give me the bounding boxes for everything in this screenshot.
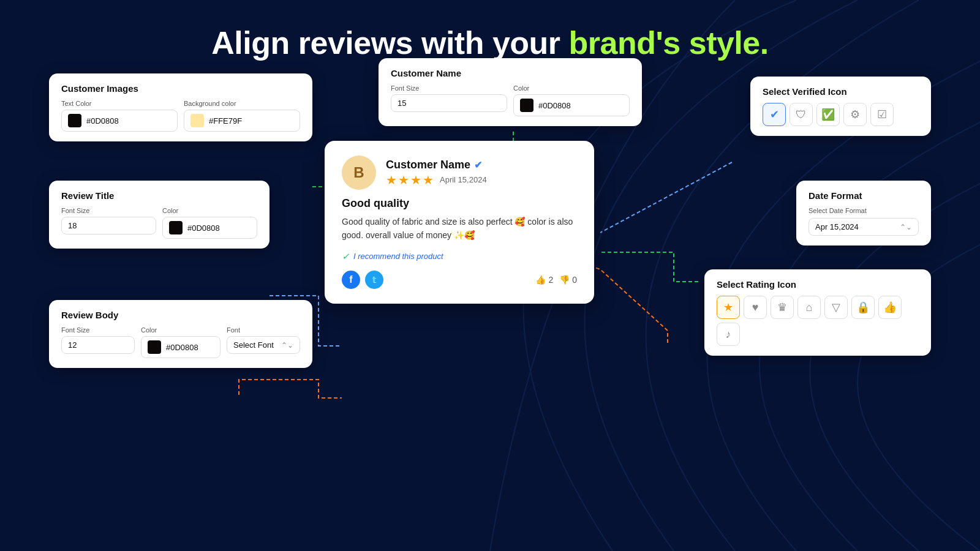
review-body-panel: Review Body Font Size Color Font Select … <box>49 300 312 368</box>
star-rating: ★ ★ ★ ★ April 15,2024 <box>386 173 577 187</box>
date-format-select[interactable]: Apr 15,2024 April 15, 2024 15/04/2024 20… <box>815 222 897 231</box>
reviewer-name: Customer Name ✔ <box>386 159 577 171</box>
rating-icon-selector: ★ ♥ ♛ ⌂ ▽ 🔒 👍 ♪ <box>717 296 919 346</box>
review-title-color-input[interactable] <box>187 223 251 233</box>
verified-icon-checkbox[interactable]: ☑ <box>870 103 894 126</box>
star-4: ★ <box>423 173 434 187</box>
review-date: April 15,2024 <box>440 175 487 184</box>
review-body-color-swatch <box>148 340 161 354</box>
customer-name-panel: Customer Name Font Size Color <box>379 58 642 126</box>
review-body-title: Review Body <box>61 310 300 320</box>
rating-icon-lock[interactable]: 🔒 <box>851 296 875 319</box>
customer-name-color-label: Color <box>513 84 630 92</box>
review-title-font-size-label: Font Size <box>61 207 156 214</box>
rating-icon-chevron[interactable]: ▽ <box>824 296 848 319</box>
rating-icon-thumbs-up[interactable]: 👍 <box>878 296 902 319</box>
review-title-panel: Review Title Font Size Color <box>49 181 270 249</box>
verified-badge-icon: ✔ <box>474 159 482 171</box>
facebook-icon[interactable]: f <box>342 271 360 289</box>
thumbs-down-button[interactable]: 👎 0 <box>559 275 577 285</box>
text-color-label: Text Color <box>61 100 178 107</box>
review-title-text: Good quality <box>342 197 577 210</box>
review-title-label: Review Title <box>61 190 257 201</box>
review-body-color-label: Color <box>141 326 221 334</box>
rating-icon-music[interactable]: ♪ <box>717 323 740 346</box>
customer-name-color-input[interactable] <box>538 101 623 110</box>
verified-icon-title: Select Verified Icon <box>763 86 919 97</box>
review-title-color-swatch <box>169 221 183 234</box>
social-icons: f 𝕥 <box>342 271 383 289</box>
thumbs-down-icon: 👎 <box>559 275 570 285</box>
thumbs-up-icon: 👍 <box>535 275 546 285</box>
date-format-title: Date Format <box>809 190 919 201</box>
text-color-input[interactable] <box>86 116 171 126</box>
verified-icon-badge[interactable]: ✅ <box>816 103 840 126</box>
vote-actions: 👍 2 👎 0 <box>535 275 577 285</box>
customer-name-color-swatch <box>520 99 533 112</box>
review-body-font-size-label: Font Size <box>61 326 135 334</box>
review-body-font-select[interactable]: Select Font Arial Georgia Roboto <box>233 340 279 350</box>
verified-icon-shield[interactable]: 🛡 <box>790 103 813 126</box>
rating-icon-crown[interactable]: ♛ <box>771 296 794 319</box>
reviewer-info: Customer Name ✔ ★ ★ ★ ★ April 15,2024 <box>386 159 577 187</box>
rating-icon-home[interactable]: ⌂ <box>797 296 821 319</box>
customer-images-panel: Customer Images Text Color Background co… <box>49 73 312 141</box>
header: Align reviews with your brand's style. <box>0 0 980 61</box>
star-3: ★ <box>410 173 421 187</box>
thumbs-up-button[interactable]: 👍 2 <box>535 275 553 285</box>
thumbs-up-count: 2 <box>548 275 553 285</box>
star-2: ★ <box>398 173 409 187</box>
verified-icon-panel: Select Verified Icon ✔ 🛡 ✅ ⚙ ☑ <box>750 77 931 136</box>
verified-icon-gear[interactable]: ⚙ <box>843 103 867 126</box>
customer-name-title: Customer Name <box>391 68 630 78</box>
svg-line-1 <box>600 162 732 233</box>
date-format-panel: Date Format Select Date Format Apr 15,20… <box>796 181 931 246</box>
review-body-color-input[interactable] <box>166 343 214 352</box>
page-title: Align reviews with your brand's style. <box>0 24 980 61</box>
review-title-font-size-input[interactable] <box>68 221 149 230</box>
thumbs-down-count: 0 <box>572 275 577 285</box>
customer-images-title: Customer Images <box>61 83 300 94</box>
review-body-font-label: Font <box>227 326 300 334</box>
date-format-select-label: Select Date Format <box>809 207 919 214</box>
customer-name-font-size-input[interactable] <box>398 99 500 108</box>
text-color-swatch <box>68 114 81 127</box>
review-body-font-size-input[interactable] <box>68 340 128 350</box>
reviewer-avatar: B <box>342 156 376 190</box>
rating-icon-panel: Select Rating Icon ★ ♥ ♛ ⌂ ▽ 🔒 👍 ♪ <box>704 269 931 356</box>
rating-icon-heart[interactable]: ♥ <box>744 296 767 319</box>
review-body-text: Good quality of fabric and size is also … <box>342 215 577 242</box>
rating-icon-title: Select Rating Icon <box>717 279 919 290</box>
recommend-text: ✓ I recommend this product <box>342 251 577 262</box>
star-1: ★ <box>386 173 397 187</box>
verified-icon-circle-check[interactable]: ✔ <box>763 103 786 126</box>
recommend-check-icon: ✓ <box>342 251 350 262</box>
verified-icon-selector: ✔ 🛡 ✅ ⚙ ☑ <box>763 103 919 126</box>
bg-color-input[interactable] <box>209 116 293 126</box>
review-footer: f 𝕥 👍 2 👎 0 <box>342 271 577 289</box>
review-card: B Customer Name ✔ ★ ★ ★ ★ April 15,2024 … <box>325 141 594 304</box>
bg-color-label: Background color <box>184 100 300 107</box>
bg-color-swatch <box>190 114 204 127</box>
customer-name-font-size-label: Font Size <box>391 84 507 92</box>
twitter-icon[interactable]: 𝕥 <box>365 271 383 289</box>
rating-icon-star[interactable]: ★ <box>717 296 740 319</box>
review-title-color-label: Color <box>162 207 257 214</box>
